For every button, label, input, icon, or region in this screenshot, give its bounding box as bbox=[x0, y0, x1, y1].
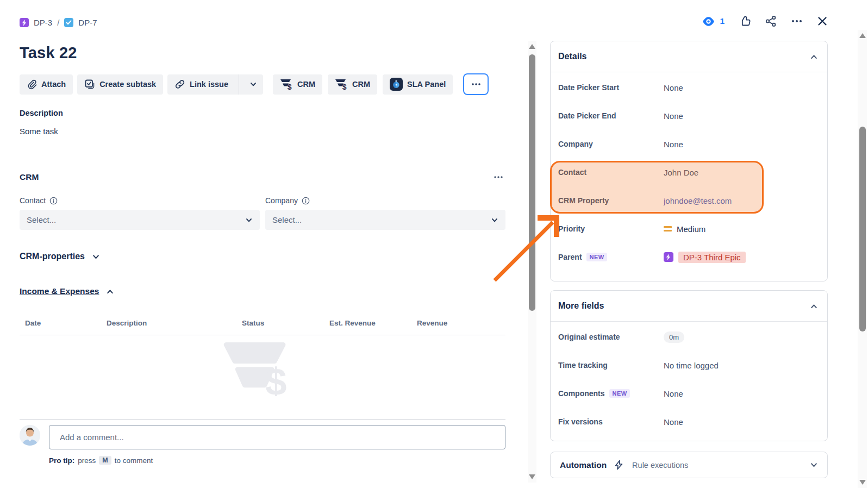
header-actions: 1 bbox=[702, 15, 828, 27]
column-header-status: Status bbox=[242, 319, 329, 327]
crm-label: CRM bbox=[352, 80, 370, 89]
company-label-text: Company bbox=[265, 196, 298, 205]
scrollbar-thumb[interactable] bbox=[529, 54, 535, 311]
paperclip-icon bbox=[27, 79, 37, 90]
crm-section-header: CRM bbox=[20, 170, 505, 184]
comment-input[interactable] bbox=[49, 425, 505, 449]
sla-panel-button[interactable]: SLA Panel bbox=[383, 74, 453, 95]
attach-button[interactable]: Attach bbox=[20, 74, 73, 95]
close-icon bbox=[817, 16, 828, 27]
more-actions-button[interactable] bbox=[791, 15, 803, 27]
watchers-button[interactable]: 1 bbox=[702, 16, 725, 26]
more-fields-rows: Original estimate 0m Time tracking No ti… bbox=[551, 322, 827, 440]
field-value[interactable]: John Doe bbox=[664, 168, 820, 177]
content-scrollbar[interactable] bbox=[528, 41, 536, 483]
ellipsis-icon bbox=[791, 15, 803, 27]
field-row-date-picker-start: Date Picker Start None bbox=[558, 73, 820, 102]
info-icon[interactable] bbox=[302, 197, 310, 205]
contact-label-text: Contact bbox=[20, 196, 46, 205]
chevron-down-icon bbox=[810, 461, 818, 469]
breadcrumb-task-link[interactable]: DP-7 bbox=[78, 18, 97, 27]
priority-medium-icon bbox=[664, 226, 672, 232]
epic-icon bbox=[664, 252, 673, 262]
like-button[interactable] bbox=[739, 15, 751, 27]
thumbs-up-icon bbox=[739, 15, 751, 27]
income-expenses-empty-state: $ bbox=[20, 335, 505, 420]
scroll-up-arrow[interactable] bbox=[529, 44, 535, 49]
share-button[interactable] bbox=[765, 15, 777, 27]
crm-funnel-icon: $ bbox=[335, 78, 348, 90]
info-icon[interactable] bbox=[49, 197, 58, 205]
parent-epic-chip[interactable]: DP-3 Third Epic bbox=[678, 252, 746, 263]
link-issue-dropdown[interactable] bbox=[243, 80, 263, 88]
chevron-up-icon bbox=[810, 302, 818, 310]
automation-header[interactable]: Automation Rule executions bbox=[551, 452, 827, 478]
crm-properties-title: CRM-properties bbox=[20, 252, 85, 261]
field-row-time-tracking: Time tracking No time logged bbox=[558, 351, 820, 379]
crm-section-more-button[interactable] bbox=[491, 170, 505, 184]
ellipsis-icon bbox=[471, 79, 482, 90]
details-panel-title: Details bbox=[558, 52, 586, 61]
field-row-crm-property: CRM Property johndoe@test.com bbox=[558, 186, 820, 215]
details-panel: Details Date Picker Start None Date Pick… bbox=[550, 41, 828, 281]
description-label: Description bbox=[20, 109, 505, 117]
close-button[interactable] bbox=[817, 16, 828, 27]
column-header-revenue: Revenue bbox=[417, 319, 505, 327]
field-value[interactable]: None bbox=[664, 389, 820, 398]
crm-properties-toggle[interactable]: CRM-properties bbox=[20, 252, 505, 261]
field-value[interactable]: None bbox=[664, 140, 820, 149]
field-label: Original estimate bbox=[558, 333, 664, 341]
field-value[interactable]: None bbox=[664, 417, 820, 427]
estimate-chip: 0m bbox=[664, 331, 684, 343]
field-value[interactable]: 0m bbox=[664, 331, 820, 343]
scroll-up-arrow[interactable] bbox=[859, 33, 866, 38]
more-fields-header[interactable]: More fields bbox=[551, 291, 827, 322]
contact-select[interactable]: Select... bbox=[20, 210, 260, 230]
field-value[interactable]: None bbox=[664, 111, 820, 121]
task-icon bbox=[64, 18, 73, 27]
scroll-down-arrow[interactable] bbox=[859, 480, 866, 485]
field-value[interactable]: None bbox=[664, 83, 820, 92]
crm-button-2[interactable]: $ CRM bbox=[328, 74, 377, 95]
automation-subtitle: Rule executions bbox=[632, 461, 803, 470]
crm-label: CRM bbox=[297, 80, 315, 89]
field-row-original-estimate: Original estimate 0m bbox=[558, 323, 820, 351]
contact-field-label: Contact bbox=[20, 196, 260, 205]
create-subtask-button[interactable]: Create subtask bbox=[77, 74, 163, 95]
scrollbar-thumb[interactable] bbox=[859, 127, 866, 331]
field-label: Priority bbox=[558, 224, 664, 233]
income-expenses-toggle[interactable]: Income & Expenses bbox=[20, 286, 505, 296]
issue-view: 1 bbox=[0, 0, 868, 488]
sla-timer-icon bbox=[390, 78, 403, 91]
field-value[interactable]: Medium bbox=[664, 224, 820, 234]
field-label: Components NEW bbox=[558, 389, 664, 398]
crm-button-1[interactable]: $ CRM bbox=[273, 74, 322, 95]
description-body[interactable]: Some task bbox=[20, 127, 505, 136]
toolbar-more-button[interactable] bbox=[463, 73, 489, 95]
company-select[interactable]: Select... bbox=[265, 210, 505, 230]
link-icon bbox=[174, 79, 185, 90]
pro-tip: Pro tip: press M to comment bbox=[49, 456, 505, 465]
scroll-down-arrow[interactable] bbox=[529, 474, 535, 479]
field-value[interactable]: DP-3 Third Epic bbox=[664, 252, 820, 263]
eye-icon bbox=[702, 17, 715, 26]
svg-text:$: $ bbox=[342, 83, 347, 90]
page-scrollbar[interactable] bbox=[858, 30, 867, 488]
link-issue-button[interactable]: Link issue bbox=[167, 74, 263, 95]
field-label: Company bbox=[558, 140, 664, 148]
link-issue-label: Link issue bbox=[190, 80, 228, 89]
svg-text:$: $ bbox=[288, 83, 292, 90]
details-panel-header[interactable]: Details bbox=[551, 41, 827, 72]
field-value-email-link[interactable]: johndoe@test.com bbox=[664, 196, 820, 205]
breadcrumb-epic-link[interactable]: DP-3 bbox=[34, 18, 52, 27]
automation-title: Automation bbox=[560, 460, 607, 470]
income-expenses-table-header: Date Description Status Est. Revenue Rev… bbox=[20, 319, 505, 335]
crm-funnel-icon: $ bbox=[280, 78, 293, 90]
income-expenses-title: Income & Expenses bbox=[20, 286, 99, 296]
more-fields-title: More fields bbox=[558, 301, 604, 311]
field-value[interactable]: No time logged bbox=[664, 361, 820, 370]
avatar[interactable] bbox=[20, 425, 40, 446]
breadcrumb-separator: / bbox=[57, 18, 59, 27]
field-row-parent: Parent NEW DP-3 Third Epic bbox=[558, 243, 820, 271]
field-label: Parent NEW bbox=[558, 253, 664, 261]
